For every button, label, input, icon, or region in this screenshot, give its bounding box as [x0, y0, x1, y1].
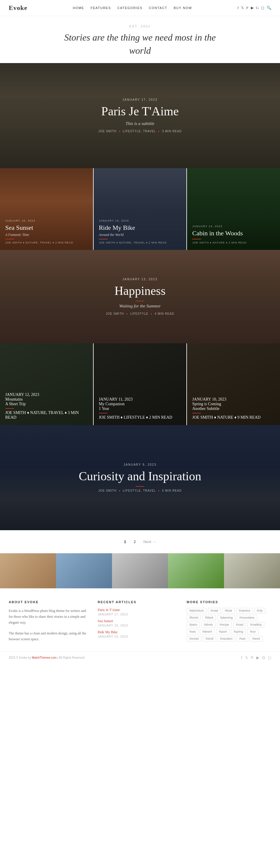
nav-home[interactable]: Home	[73, 6, 84, 10]
post-bike[interactable]: JANUARY 15, 2023 Ride My Bike Around the…	[94, 168, 187, 250]
tag-item[interactable]: #sport	[216, 629, 230, 634]
footer-main: ABOUT EVOKE Evoke is a WordPress photo b…	[0, 588, 280, 651]
post-subtitle: Waiting for the Summer	[106, 304, 174, 309]
tag-item[interactable]: #boat	[222, 608, 235, 613]
facebook-icon[interactable]: f	[237, 5, 239, 10]
post-author: JOE SMITH	[98, 130, 116, 133]
social-icons: f 𝕏 P ▶ G ◻ 🔍	[237, 5, 271, 10]
nav-contact[interactable]: Contact	[149, 6, 167, 10]
featured-post-paris[interactable]: JANUARY 17, 2023 Paris Je T'Aime This is…	[0, 63, 280, 168]
post-sea-sunset[interactable]: JANUARY 16, 2023 Sea Sunset A Fantastic …	[0, 168, 93, 250]
pinterest-icon[interactable]: P	[246, 5, 248, 10]
tag-item[interactable]: #adventure	[187, 608, 207, 613]
search-icon[interactable]: 🔍	[267, 5, 271, 10]
post-date: JANUARY 13, 2023	[106, 278, 174, 281]
tag-item[interactable]: #vacation	[218, 636, 235, 642]
recent-date-3: JANUARY 15, 2023	[98, 635, 178, 638]
tag-item[interactable]: #black	[202, 615, 216, 620]
post-title: Cabin in the Woods	[192, 229, 246, 237]
copyright-main: 2023 © Evoke by	[9, 656, 32, 659]
strip-photo-2[interactable]	[56, 553, 112, 588]
tag-item[interactable]: #city	[254, 608, 266, 613]
page-2[interactable]: 2	[131, 538, 138, 545]
post-title: My Companion	[99, 402, 172, 406]
nav-buy[interactable]: Buy Now	[174, 6, 192, 10]
recent-article-3[interactable]: Ride My Bike JANUARY 15, 2023	[98, 630, 178, 638]
tag-item[interactable]: #forest	[187, 615, 201, 620]
recent-link-2[interactable]: Sea Sunset	[98, 619, 178, 623]
tag-item[interactable]: #camera	[236, 608, 253, 613]
footer-about-heading: ABOUT EVOKE	[9, 600, 89, 604]
recent-date-1: JANUARY 17, 2023	[98, 613, 178, 616]
footer-instagram-icon[interactable]: ◻	[268, 655, 271, 660]
strip-photo-4[interactable]	[168, 553, 224, 588]
post-subtitle: 1 Year	[99, 406, 172, 411]
footer-facebook-icon[interactable]: f	[241, 655, 242, 660]
nav-categories[interactable]: Categories	[117, 6, 142, 10]
tag-item[interactable]: #ocean	[187, 636, 202, 642]
tag-item[interactable]: #photo	[201, 622, 215, 627]
footer-about-text2: The theme has a clean and modern design,…	[9, 630, 89, 642]
post-meta: JOE SMITH ♦ NATURE ♦ 2 MIN READ	[192, 241, 246, 244]
recent-link-1[interactable]: Paris Je T'Aime	[98, 608, 178, 612]
post-meta: JOE SMITH ♦ NATURE, TRAVEL ♦ 2 MIN READ	[99, 241, 167, 244]
page-next[interactable]: Next →	[141, 538, 159, 545]
strip-photo-5[interactable]	[224, 553, 280, 588]
site-logo[interactable]: Evoke	[9, 4, 27, 12]
post-date: JANUARY 9, 2023	[79, 463, 201, 466]
three-col-row-1: JANUARY 16, 2023 Sea Sunset A Fantastic …	[0, 168, 280, 250]
post-title: Sea Sunset	[5, 224, 73, 231]
site-tagline-text: Stories are the thing we need most in th…	[53, 31, 228, 57]
post-companion[interactable]: JANUARY 11, 2023 My Companion 1 Year JOE…	[94, 343, 187, 425]
featured-post-curiosity[interactable]: JANUARY 9, 2023 Curiosity and Inspiratio…	[0, 425, 280, 530]
footer-more-heading: MORE STORIES	[187, 600, 267, 604]
post-date: JANUARY 16, 2023	[5, 219, 73, 222]
page-current[interactable]: 1	[121, 538, 128, 545]
pagination: 1 2 Next →	[0, 530, 280, 553]
tag-item[interactable]: #paris	[187, 622, 200, 627]
post-meta: JOE SMITH ♦ LIFESTYLE ♦ 4 MIN READ	[106, 312, 174, 315]
instagram-icon[interactable]: ◻	[261, 5, 264, 10]
footer-recent-heading: RECENT ARTICLES	[98, 600, 178, 604]
footer-google-icon[interactable]: G	[262, 655, 265, 660]
youtube-icon[interactable]: ▶	[251, 5, 254, 10]
tag-item[interactable]: #road	[208, 608, 221, 613]
tag-item[interactable]: #sea	[187, 629, 198, 634]
tag-item[interactable]: #run	[247, 629, 258, 634]
recent-article-1[interactable]: Paris Je T'Aime JANUARY 17, 2023	[98, 608, 178, 616]
footer-about: ABOUT EVOKE Evoke is a WordPress photo b…	[9, 600, 93, 642]
tag-item[interactable]: #desert	[200, 629, 215, 634]
featured-post-happiness[interactable]: JANUARY 13, 2023 Happiness Waiting for t…	[0, 250, 280, 343]
post-cabin[interactable]: JANUARY 14, 2023 Cabin in the Woods JOE …	[187, 168, 280, 250]
tag-item[interactable]: #work	[250, 636, 263, 642]
footer-pinterest-icon[interactable]: P	[251, 655, 253, 660]
photo-strip	[0, 553, 280, 588]
post-subtitle: This is a subtitle	[98, 121, 182, 126]
post-spring[interactable]: JANUARY 10, 2023 Spring is Coming Anothe…	[187, 343, 280, 425]
strip-photo-3[interactable]	[112, 553, 168, 588]
post-date: JANUARY 15, 2023	[99, 219, 167, 222]
tag-item[interactable]: #roadtrip	[247, 622, 264, 627]
post-subtitle: A Fantastic Time	[5, 233, 73, 237]
recent-link-3[interactable]: Ride My Bike	[98, 630, 178, 634]
post-title: Spring is Coming	[192, 402, 260, 406]
footer-youtube-icon[interactable]: ▶	[256, 655, 259, 660]
post-date: JANUARY 10, 2023	[192, 397, 260, 402]
tag-item[interactable]: #spring	[231, 629, 246, 634]
google-icon[interactable]: G	[256, 5, 259, 10]
nav-features[interactable]: Features	[91, 6, 111, 10]
tag-item[interactable]: #planning	[217, 615, 235, 620]
tag-item[interactable]: #mountains	[237, 615, 257, 620]
tags-cloud: #adventure#road#boat#camera#city#forest#…	[187, 608, 267, 642]
tag-item[interactable]: #van	[237, 636, 248, 642]
tag-item[interactable]: #stroll	[203, 636, 216, 642]
credits-link[interactable]: MatchThemes.com	[32, 656, 57, 659]
strip-photo-1[interactable]	[0, 553, 56, 588]
post-mountains[interactable]: JANUARY 12, 2023 Mountains A Short Trip …	[0, 343, 93, 425]
recent-article-2[interactable]: Sea Sunset JANUARY 16, 2023	[98, 619, 178, 627]
post-categories: LIFESTYLE, TRAVEL	[123, 130, 156, 133]
twitter-icon[interactable]: 𝕏	[241, 5, 244, 10]
tag-item[interactable]: #road	[233, 622, 246, 627]
tag-item[interactable]: #recipe	[217, 622, 232, 627]
footer-twitter-icon[interactable]: 𝕏	[245, 655, 248, 660]
